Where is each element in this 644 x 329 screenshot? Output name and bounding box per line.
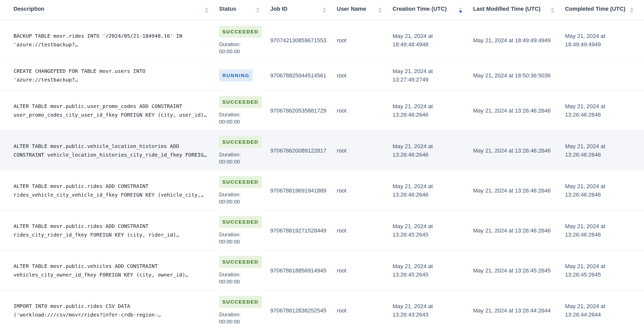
sort-desc-arrow-icon bbox=[378, 11, 382, 13]
column-header-label[interactable]: Completed Time (UTC) bbox=[565, 6, 625, 15]
status-badge: SUCCEEDED bbox=[219, 296, 262, 308]
column-header-label[interactable]: Description bbox=[14, 6, 44, 15]
column-header-label[interactable]: Creation Time (UTC) bbox=[393, 6, 447, 15]
duration-label: Duration: bbox=[219, 41, 241, 48]
job-description-line1[interactable]: ALTER TABLE movr.public.vehicle_location… bbox=[14, 142, 211, 150]
job-id-cell: 970678825944514561 bbox=[270, 71, 337, 80]
job-status-cell: SUCCEEDED Duration: 00:00:00 bbox=[219, 96, 270, 125]
last-modified-time-cell: May 21, 2024 at 13:26:45:2645 bbox=[473, 266, 565, 275]
completed-time-cell: May 21, 2024 at 13:26:44:2644 bbox=[565, 302, 644, 319]
duration-value: 00:00:00 bbox=[219, 198, 241, 205]
sort-desc-arrow-icon bbox=[256, 11, 260, 13]
status-badge: SUCCEEDED bbox=[219, 216, 262, 228]
table-row[interactable]: ALTER TABLE movr.public.rides ADD CONSTR… bbox=[0, 211, 644, 251]
job-description-line2[interactable]: ('workload:///csv/movr/rides?infer-crdb-… bbox=[14, 310, 211, 319]
column-header-status[interactable]: Status bbox=[219, 0, 270, 20]
last-modified-time-cell: May 21, 2024 at 18:49:49:4949 bbox=[473, 36, 565, 45]
duration-value: 00:00:00 bbox=[219, 278, 241, 285]
job-description-line2[interactable]: rides_city_rider_id_fkey FOREIGN KEY (ci… bbox=[14, 230, 211, 239]
last-modified-time-cell: May 21, 2024 at 13:26:46:2646 bbox=[473, 226, 565, 235]
column-header-label[interactable]: Last Modified Time (UTC) bbox=[473, 6, 541, 15]
sort-asc-arrow-icon bbox=[323, 7, 326, 10]
job-description-line1[interactable]: ALTER TABLE movr.public.vehicles ADD CON… bbox=[14, 262, 211, 270]
table-row[interactable]: ALTER TABLE movr.public.vehicles ADD CON… bbox=[0, 251, 644, 291]
job-description-line2[interactable]: CONSTRAINT vehicle_location_histories_ci… bbox=[14, 150, 211, 159]
jobs-table: Description Status Job ID User Name Crea… bbox=[0, 0, 644, 329]
user-name-cell: root bbox=[337, 106, 393, 115]
job-description-line1[interactable]: IMPORT INTO movr.public.rides CSV DATA bbox=[14, 302, 211, 310]
sort-desc-arrow-icon bbox=[323, 11, 326, 13]
sort-toggle-icon[interactable] bbox=[378, 7, 382, 13]
user-name-cell: root bbox=[337, 226, 393, 235]
job-description-line1[interactable]: ALTER TABLE movr.public.rides ADD CONSTR… bbox=[14, 222, 211, 230]
status-badge: RUNNING bbox=[219, 70, 253, 81]
table-row[interactable]: CREATE CHANGEFEED FOR TABLE movr.users I… bbox=[0, 60, 644, 91]
column-header-label[interactable]: User Name bbox=[337, 6, 366, 15]
duration-block: Duration: 00:00:00 bbox=[219, 191, 241, 205]
sort-toggle-icon[interactable] bbox=[551, 7, 554, 13]
completed-time-cell: May 21, 2024 at 13:26:46:2646 bbox=[565, 142, 644, 159]
duration-label: Duration: bbox=[219, 231, 241, 238]
sort-asc-arrow-icon bbox=[205, 7, 208, 10]
sort-toggle-icon[interactable] bbox=[323, 7, 326, 13]
creation-time-cell: May 21, 2024 at 13:26:46:2646 bbox=[393, 142, 473, 159]
duration-label: Duration: bbox=[219, 191, 241, 198]
duration-label: Duration: bbox=[219, 151, 241, 158]
job-id-cell: 970678619271528449 bbox=[270, 226, 337, 235]
column-header-description[interactable]: Description bbox=[0, 0, 219, 20]
job-description-cell[interactable]: ALTER TABLE movr.public.rides ADD CONSTR… bbox=[0, 222, 219, 239]
job-id-cell: 970678619691941889 bbox=[270, 186, 337, 195]
job-description-line1[interactable]: CREATE CHANGEFEED FOR TABLE movr.users I… bbox=[14, 67, 211, 75]
column-header-label[interactable]: Status bbox=[219, 6, 236, 15]
job-description-line2[interactable]: rides_vehicle_city_vehicle_id_fkey FOREI… bbox=[14, 190, 211, 199]
job-description-cell[interactable]: BACKUP TABLE movr.rides INTO '/2024/05/2… bbox=[0, 32, 219, 49]
last-modified-time-cell: May 21, 2024 at 13:26:46:2646 bbox=[473, 186, 565, 195]
table-row[interactable]: IMPORT INTO movr.public.rides CSV DATA (… bbox=[0, 291, 644, 329]
job-description-line2[interactable]: 'azure://testbackup?… bbox=[14, 75, 211, 84]
status-badge: SUCCEEDED bbox=[219, 136, 262, 148]
table-row[interactable]: ALTER TABLE movr.public.user_promo_codes… bbox=[0, 91, 644, 131]
column-header-last-modified-time[interactable]: Last Modified Time (UTC) bbox=[473, 0, 565, 20]
job-id-cell: 970678620535881729 bbox=[270, 106, 337, 115]
sort-toggle-icon[interactable] bbox=[630, 7, 634, 13]
job-description-line1[interactable]: ALTER TABLE movr.public.rides ADD CONSTR… bbox=[14, 182, 211, 190]
sort-asc-arrow-icon bbox=[256, 7, 260, 10]
job-status-cell: SUCCEEDED Duration: 00:00:00 bbox=[219, 136, 270, 165]
table-body: BACKUP TABLE movr.rides INTO '/2024/05/2… bbox=[0, 20, 644, 329]
job-description-line2[interactable]: vehicles_city_owner_id_fkey FOREIGN KEY … bbox=[14, 270, 211, 279]
sort-toggle-icon[interactable] bbox=[205, 7, 208, 13]
column-header-completed-time[interactable]: Completed Time (UTC) bbox=[565, 0, 644, 20]
job-status-cell: SUCCEEDED Duration: 00:00:00 bbox=[219, 176, 270, 205]
job-description-line1[interactable]: BACKUP TABLE movr.rides INTO '/2024/05/2… bbox=[14, 32, 211, 40]
table-row[interactable]: ALTER TABLE movr.public.rides ADD CONSTR… bbox=[0, 171, 644, 211]
table-row[interactable]: BACKUP TABLE movr.rides INTO '/2024/05/2… bbox=[0, 20, 644, 60]
column-header-creation-time[interactable]: Creation Time (UTC) bbox=[393, 0, 473, 20]
job-status-cell: SUCCEEDED Duration: 00:00:00 bbox=[219, 256, 270, 285]
job-description-line2[interactable]: user_promo_codes_city_user_id_fkey FOREI… bbox=[14, 111, 211, 119]
job-description-cell[interactable]: IMPORT INTO movr.public.rides CSV DATA (… bbox=[0, 302, 219, 319]
duration-block: Duration: 00:00:00 bbox=[219, 41, 241, 55]
job-description-line2[interactable]: 'azure://testbackup?… bbox=[14, 40, 211, 49]
completed-time-cell: May 21, 2024 at 13:26:46:2646 bbox=[565, 182, 644, 199]
table-row[interactable]: ALTER TABLE movr.public.vehicle_location… bbox=[0, 131, 644, 171]
column-header-job-id[interactable]: Job ID bbox=[270, 0, 337, 20]
job-description-cell[interactable]: CREATE CHANGEFEED FOR TABLE movr.users I… bbox=[0, 67, 219, 84]
sort-asc-arrow-icon bbox=[551, 7, 554, 10]
duration-block: Duration: 00:00:00 bbox=[219, 271, 241, 285]
column-header-label[interactable]: Job ID bbox=[270, 6, 287, 15]
user-name-cell: root bbox=[337, 186, 393, 195]
column-header-user-name[interactable]: User Name bbox=[337, 0, 393, 20]
creation-time-cell: May 21, 2024 at 13:26:43:2643 bbox=[393, 302, 473, 319]
duration-value: 00:00:00 bbox=[219, 158, 241, 165]
status-badge: SUCCEEDED bbox=[219, 176, 262, 188]
last-modified-time-cell: May 21, 2024 at 13:26:44:2644 bbox=[473, 306, 565, 315]
job-description-line1[interactable]: ALTER TABLE movr.public.user_promo_codes… bbox=[14, 102, 211, 111]
user-name-cell: root bbox=[337, 71, 393, 80]
sort-toggle-icon[interactable] bbox=[459, 7, 462, 13]
job-id-cell: 970678620089122817 bbox=[270, 146, 337, 155]
job-description-cell[interactable]: ALTER TABLE movr.public.vehicle_location… bbox=[0, 142, 219, 159]
job-description-cell[interactable]: ALTER TABLE movr.public.user_promo_codes… bbox=[0, 102, 219, 119]
job-description-cell[interactable]: ALTER TABLE movr.public.rides ADD CONSTR… bbox=[0, 182, 219, 199]
sort-toggle-icon[interactable] bbox=[256, 7, 260, 13]
job-description-cell[interactable]: ALTER TABLE movr.public.vehicles ADD CON… bbox=[0, 262, 219, 279]
